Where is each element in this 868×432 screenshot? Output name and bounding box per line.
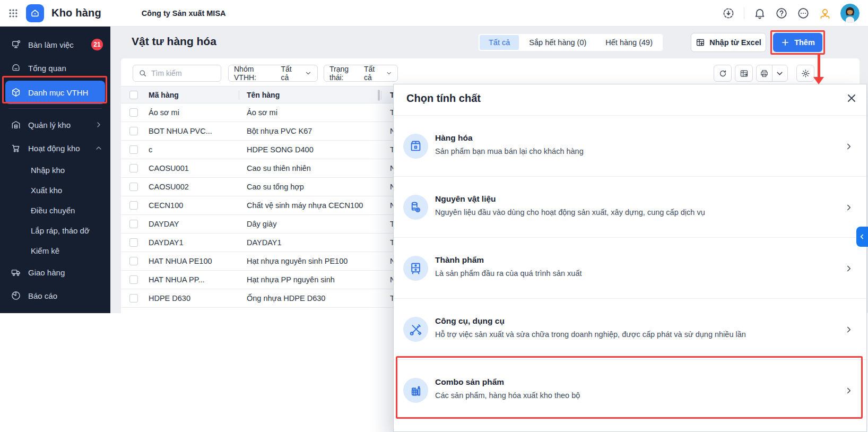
row-checkbox[interactable] bbox=[129, 238, 138, 247]
refresh-button[interactable] bbox=[714, 65, 732, 82]
annotation-arrow bbox=[818, 55, 820, 77]
topbar-divider bbox=[744, 7, 744, 19]
cabinet-icon bbox=[403, 256, 428, 281]
choose-type-modal: Chọn tính chất Hàng hóaSản phẩm bạn mua … bbox=[393, 84, 867, 432]
row-checkbox[interactable] bbox=[129, 294, 138, 303]
warehouse-icon bbox=[11, 119, 21, 130]
app-grid-icon[interactable] bbox=[8, 8, 19, 19]
modal-option-hang-hoa[interactable]: Hàng hóaSản phẩm bạn mua bán lại cho khá… bbox=[394, 115, 866, 176]
panel-collapse-tab[interactable] bbox=[856, 227, 868, 247]
chevron-right-icon bbox=[844, 264, 854, 273]
cart-icon bbox=[11, 143, 21, 153]
more-icon[interactable] bbox=[797, 7, 810, 20]
modal-option-nguyen-vat-lieu[interactable]: Nguyên vật liệuNguyên liệu đầu vào dùng … bbox=[394, 176, 866, 237]
gear-icon bbox=[801, 69, 810, 78]
sidebar-item-kiem-ke[interactable]: Kiểm kê bbox=[0, 240, 110, 261]
cell-code: Áo sơ mi bbox=[149, 103, 179, 122]
tools-icon bbox=[403, 317, 428, 342]
sidebar-item-ban-lam-viec[interactable]: Bàn làm việc21 bbox=[0, 33, 110, 56]
row-checkbox[interactable] bbox=[129, 201, 138, 210]
close-icon[interactable] bbox=[845, 92, 858, 105]
search-box bbox=[133, 65, 221, 82]
row-checkbox[interactable] bbox=[129, 145, 138, 154]
lamp-icon[interactable] bbox=[819, 7, 831, 20]
row-checkbox[interactable] bbox=[129, 257, 138, 265]
option-title: Hàng hóa bbox=[435, 133, 584, 143]
chevron-right-icon bbox=[844, 203, 854, 212]
print-chevron-down-button[interactable] bbox=[756, 65, 788, 82]
tab-tat-ca[interactable]: Tất cả bbox=[480, 35, 519, 50]
tab-sap-het-hang-0[interactable]: Sắp hết hàng (0) bbox=[520, 35, 595, 50]
sidebar-item-bao-cao[interactable]: Báo cáo bbox=[0, 284, 110, 307]
group-filter-dropdown[interactable]: Nhóm VTHH: Tất cả bbox=[228, 65, 318, 82]
chevron-right-icon bbox=[844, 142, 854, 151]
help-icon[interactable] bbox=[775, 7, 788, 20]
column-divider bbox=[239, 91, 239, 100]
cell-code: CECN100 bbox=[149, 196, 183, 215]
sidebar-item-nhap-kho[interactable]: Nhập kho bbox=[0, 160, 110, 180]
column-header-code[interactable]: Mã hàng bbox=[149, 87, 179, 104]
row-checkbox[interactable] bbox=[129, 164, 138, 172]
add-button[interactable]: Thêm bbox=[773, 33, 822, 52]
option-description: Các sản phẩm, hàng hóa xuất kho theo bộ bbox=[435, 391, 580, 400]
modal-option-cong-cu-dung-cu[interactable]: Công cụ, dụng cụHỗ trợ việc sản xuất và … bbox=[394, 298, 866, 359]
tab-het-hang-49[interactable]: Hết hàng (49) bbox=[596, 35, 662, 50]
gear-button[interactable] bbox=[796, 65, 814, 82]
download-icon[interactable] bbox=[722, 7, 735, 20]
add-button-label: Thêm bbox=[794, 38, 815, 47]
sidebar-item-giao-hang[interactable]: Giao hàng bbox=[0, 261, 110, 284]
cell-name: Cao su thiên nhiên bbox=[247, 159, 311, 178]
option-description: Là sản phẩm đầu ra của quá trình sản xuấ… bbox=[435, 269, 582, 278]
scrollbar-thumb[interactable] bbox=[378, 90, 380, 101]
cell-name: Cao su tổng hợp bbox=[247, 178, 304, 196]
sidebar-item-hoat-dong-kho[interactable]: Hoạt động kho bbox=[0, 136, 110, 160]
modal-option-combo-san-pham[interactable]: Combo sản phẩmCác sản phẩm, hàng hóa xuấ… bbox=[394, 359, 866, 420]
search-input[interactable] bbox=[151, 69, 210, 77]
bell-icon[interactable] bbox=[753, 7, 766, 20]
cell-code: HDPE D630 bbox=[149, 289, 190, 308]
refresh-icon bbox=[718, 69, 727, 78]
row-checkbox[interactable] bbox=[129, 127, 138, 135]
select-all-checkbox[interactable] bbox=[129, 91, 138, 99]
cell-code: DAYDAY1 bbox=[149, 234, 184, 252]
cell-name: Dây giày bbox=[247, 215, 276, 234]
row-checkbox[interactable] bbox=[129, 108, 138, 117]
cell-name: Ống nhựa HDPE D630 bbox=[247, 289, 325, 308]
modal-option-thanh-pham[interactable]: Thành phẩmLà sản phẩm đầu ra của quá trì… bbox=[394, 237, 866, 298]
row-checkbox[interactable] bbox=[129, 220, 138, 228]
status-tabs: Tất cảSắp hết hàng (0)Hết hàng (49) bbox=[479, 34, 663, 51]
sidebar-item-dieu-chuyen[interactable]: Điều chuyển bbox=[0, 200, 110, 220]
sidebar-item-xuat-kho[interactable]: Xuất kho bbox=[0, 180, 110, 200]
option-title: Nguyên vật liệu bbox=[435, 194, 705, 204]
app-logo-home-icon[interactable] bbox=[26, 4, 44, 22]
cell-code: c bbox=[149, 141, 152, 159]
sidebar-divider bbox=[8, 108, 102, 109]
print-icon bbox=[760, 69, 769, 78]
import-excel-button[interactable]: Nhập từ Excel bbox=[691, 33, 766, 52]
option-description: Nguyên liệu đầu vào dùng cho hoạt động s… bbox=[435, 208, 705, 217]
sidebar-item-danh-muc-vthh[interactable]: Danh mục VTHH bbox=[5, 81, 105, 104]
table-toolbar bbox=[714, 65, 814, 82]
package-icon bbox=[11, 87, 21, 98]
page-title: Vật tư hàng hóa bbox=[132, 35, 216, 48]
sidebar-item-quan-ly-kho[interactable]: Quản lý kho bbox=[0, 113, 110, 136]
chevron-right-icon bbox=[844, 325, 854, 334]
row-checkbox[interactable] bbox=[129, 275, 138, 284]
chevron-left-icon bbox=[858, 233, 866, 240]
truck-icon bbox=[11, 267, 21, 278]
cell-code: CAOSU001 bbox=[149, 159, 189, 178]
chevron-down-icon bbox=[386, 70, 392, 77]
cell-name: Hạt nhựa nguyên sinh PE100 bbox=[247, 252, 348, 271]
user-avatar[interactable] bbox=[840, 4, 860, 23]
option-title: Combo sản phẩm bbox=[435, 377, 580, 387]
import-excel-label: Nhập từ Excel bbox=[709, 38, 761, 47]
export-table-button[interactable] bbox=[735, 65, 753, 82]
column-header-name[interactable]: Tên hàng bbox=[247, 87, 280, 104]
sidebar-item-lap-rap-thao-do[interactable]: Lắp ráp, tháo dỡ bbox=[0, 220, 110, 240]
row-checkbox[interactable] bbox=[129, 183, 138, 191]
sidebar-item-label: Danh mục VTHH bbox=[28, 88, 98, 97]
cell-name: DAYDAY1 bbox=[247, 234, 282, 252]
sidebar-item-label: Lắp ráp, tháo dỡ bbox=[31, 226, 103, 235]
status-filter-dropdown[interactable]: Trạng thái: Tất cả bbox=[324, 65, 398, 82]
sidebar-item-tong-quan[interactable]: Tổng quan bbox=[0, 56, 110, 80]
